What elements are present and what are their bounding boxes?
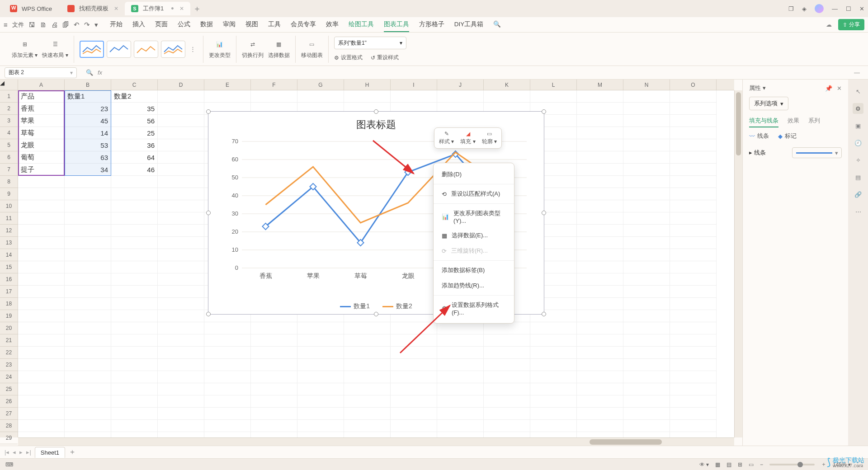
close-panel-icon[interactable]: ✕ xyxy=(837,85,842,92)
row-header[interactable]: 19 xyxy=(0,310,18,322)
more-tool-icon[interactable]: ⋯ xyxy=(853,206,863,217)
set-format-button[interactable]: ⚙设置格式 xyxy=(334,54,363,61)
row-header[interactable]: 10 xyxy=(0,200,18,212)
row-header[interactable]: 28 xyxy=(0,420,18,432)
mini-style-button[interactable]: ✎样式 ▾ xyxy=(439,131,454,146)
col-header[interactable]: H xyxy=(344,80,391,90)
mini-fill-button[interactable]: ◢填充 ▾ xyxy=(460,131,475,146)
layers-tool-icon[interactable]: ▣ xyxy=(853,120,863,131)
resize-handle[interactable] xyxy=(542,211,546,215)
menu-tab-draw-tools[interactable]: 绘图工具 xyxy=(349,18,374,32)
row-header[interactable]: 20 xyxy=(0,322,18,334)
row-header[interactable]: 5 xyxy=(0,139,18,151)
view-page-icon[interactable]: ▤ xyxy=(726,461,731,468)
cell[interactable]: 25 xyxy=(111,127,158,139)
prop-sub-line[interactable]: 〰线条 xyxy=(749,132,769,140)
resize-handle[interactable] xyxy=(374,312,378,316)
menu-tab-formula[interactable]: 公式 xyxy=(178,18,190,32)
search-icon[interactable]: 🔍 xyxy=(493,18,501,32)
chart-style-3[interactable] xyxy=(134,41,158,58)
scroll-thumb[interactable] xyxy=(736,92,741,155)
row-header[interactable]: 21 xyxy=(0,334,18,347)
vertical-scrollbar[interactable] xyxy=(734,90,742,437)
zoom-fx-icon[interactable]: 🔍 xyxy=(86,69,93,76)
sheet-nav-last[interactable]: ▸| xyxy=(26,449,31,456)
menu-tab-data[interactable]: 数据 xyxy=(200,18,213,32)
row-header[interactable]: 24 xyxy=(0,371,18,383)
menu-tab-chart-tools[interactable]: 图表工具 xyxy=(384,18,409,32)
col-header[interactable]: J xyxy=(437,80,484,90)
close-window-icon[interactable]: ✕ xyxy=(859,5,864,12)
menu-tab-view[interactable]: 视图 xyxy=(245,18,258,32)
ctx-select-data[interactable]: ▦选择数据(E)... xyxy=(434,228,514,243)
zoom-slider[interactable] xyxy=(769,464,815,465)
col-header[interactable]: I xyxy=(391,80,437,90)
ctx-delete[interactable]: 删除(D) xyxy=(434,167,514,182)
column-headers[interactable]: ABCDEFGHIJKLMNO xyxy=(18,80,734,90)
name-box[interactable]: 图表 2▾ xyxy=(5,67,77,78)
row-header[interactable]: 13 xyxy=(0,237,18,249)
ctx-add-trend[interactable]: 添加趋势线(R)... xyxy=(434,278,514,293)
zoom-thumb[interactable] xyxy=(797,462,803,467)
resize-handle[interactable] xyxy=(374,109,378,114)
collapse-ribbon-icon[interactable]: — xyxy=(854,69,860,76)
col-header[interactable]: C xyxy=(111,80,158,90)
col-header[interactable]: D xyxy=(158,80,204,90)
row-header[interactable]: 14 xyxy=(0,249,18,261)
panel-tool-icon[interactable]: ▤ xyxy=(853,172,863,183)
select-data-button[interactable]: ▦选择数据 xyxy=(268,39,290,59)
view-reading-icon[interactable]: ▭ xyxy=(749,461,754,468)
view-break-icon[interactable]: ⊞ xyxy=(738,461,742,468)
new-tab-button[interactable]: ＋ xyxy=(190,3,204,14)
prop-tab-series[interactable]: 系列 xyxy=(808,117,820,127)
sheet-nav-prev[interactable]: ◂ xyxy=(13,449,16,456)
reset-style-button[interactable]: ↺重设样式 xyxy=(371,54,399,61)
menu-tab-member[interactable]: 会员专享 xyxy=(291,18,316,32)
cell[interactable]: 64 xyxy=(111,151,158,164)
zoom-in-icon[interactable]: ＋ xyxy=(821,461,826,468)
close-icon[interactable]: ✕ xyxy=(179,5,184,12)
tab-workbook[interactable]: S工作簿1•✕ xyxy=(125,2,190,15)
cell[interactable]: 56 xyxy=(111,115,158,127)
resize-handle[interactable] xyxy=(206,109,211,114)
print-preview-icon[interactable]: 🗐 xyxy=(62,21,69,28)
menu-tab-efficiency[interactable]: 效率 xyxy=(326,18,339,32)
link-tool-icon[interactable]: 🔗 xyxy=(853,189,863,200)
cell[interactable]: 63 xyxy=(65,151,111,164)
cell[interactable]: 45 xyxy=(65,115,111,127)
col-header[interactable]: F xyxy=(251,80,297,90)
col-header[interactable]: L xyxy=(530,80,577,90)
row-header[interactable]: 1 xyxy=(0,90,18,103)
row-header[interactable]: 11 xyxy=(0,212,18,225)
cell[interactable]: 35 xyxy=(111,103,158,115)
menu-icon[interactable]: ≡ xyxy=(4,21,8,28)
resize-handle[interactable] xyxy=(542,312,546,316)
prop-sub-marker[interactable]: ◆标记 xyxy=(778,132,797,140)
horizontal-scrollbar[interactable] xyxy=(18,437,734,446)
row-header[interactable]: 9 xyxy=(0,188,18,200)
row-header[interactable]: 6 xyxy=(0,151,18,164)
prop-tab-fill-line[interactable]: 填充与线条 xyxy=(749,117,778,127)
menu-tab-insert[interactable]: 插入 xyxy=(132,18,145,32)
sheet-tab-1[interactable]: Sheet1 xyxy=(35,447,65,458)
avatar-icon[interactable] xyxy=(815,4,824,13)
cell[interactable]: 产品 xyxy=(18,90,65,103)
row-header[interactable]: 15 xyxy=(0,261,18,273)
ctx-change-series-type[interactable]: 📊更改系列图表类型(Y)... xyxy=(434,206,514,228)
sparkle-tool-icon[interactable]: ✧ xyxy=(853,155,863,165)
menu-tab-diy[interactable]: DIY工具箱 xyxy=(454,18,484,32)
ctx-reset-style[interactable]: ⟲重设以匹配样式(A) xyxy=(434,186,514,202)
cell[interactable]: 14 xyxy=(65,127,111,139)
col-header[interactable]: O xyxy=(670,80,717,90)
row-headers[interactable]: 1234567891011121314151617181920212223242… xyxy=(0,90,18,437)
history-tool-icon[interactable]: 🕘 xyxy=(853,137,863,148)
cloud-icon[interactable]: ☁ xyxy=(826,21,832,28)
row-header[interactable]: 25 xyxy=(0,383,18,395)
row-header[interactable]: 27 xyxy=(0,408,18,420)
resize-handle[interactable] xyxy=(542,109,546,114)
row-header[interactable]: 2 xyxy=(0,103,18,115)
cell[interactable]: 数量1 xyxy=(65,90,111,103)
file-menu[interactable]: 文件 xyxy=(12,21,24,29)
settings-tool-icon[interactable]: ⚙ xyxy=(853,103,863,114)
menu-tab-tools[interactable]: 工具 xyxy=(268,18,281,32)
